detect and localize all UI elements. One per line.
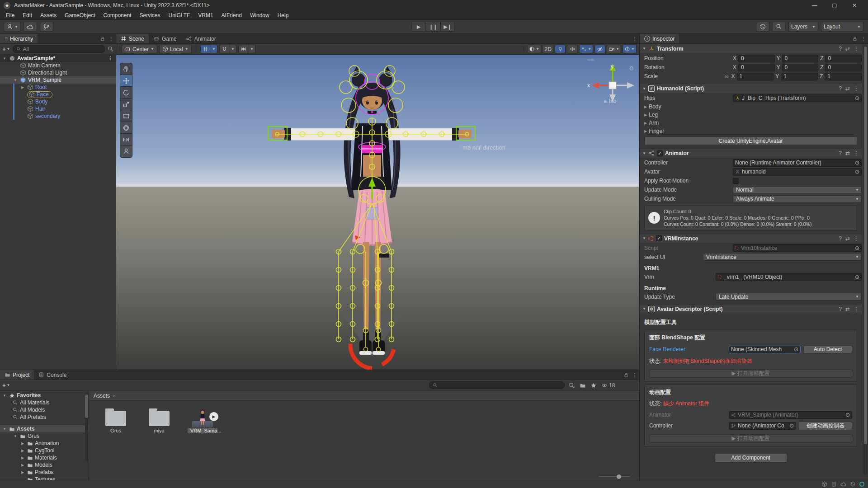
handle-space-dropdown[interactable]: Local▼ [159,45,192,53]
projection-mode[interactable]: ≡Iso [604,98,616,104]
menu-gameobject[interactable]: GameObject [61,12,99,19]
avatar-tool-button[interactable] [120,145,132,157]
grid-snap-toggle[interactable]: ▼ [200,45,217,53]
move-tool-button[interactable] [120,75,132,87]
hierarchy-item-hair[interactable]: Hair [0,105,116,113]
tab-inspector[interactable]: i Inspector [640,34,679,43]
menu-file[interactable]: File [2,12,19,19]
tab-animator[interactable]: Animator [181,34,221,43]
hierarchy-item-body[interactable]: Body [0,98,116,105]
2d-toggle[interactable]: 2D [542,45,553,53]
pivot-mode-dropdown[interactable]: Center▼ [122,45,157,53]
status-package-icon[interactable] [821,481,827,487]
tree-folder-materials[interactable]: ▶ Materials [0,454,89,461]
presets-icon[interactable]: ⇄ [845,46,850,52]
presets-icon[interactable]: ⇄ [845,85,850,92]
transform-tool-button[interactable] [120,122,132,134]
position-y-field[interactable]: 0 [782,55,819,62]
update-mode-dropdown[interactable]: Normal▼ [733,186,862,194]
menu-window[interactable]: Window [246,12,274,19]
breadcrumb-assets[interactable]: Assets [94,393,110,399]
menu-vrm1[interactable]: VRM1 [194,12,217,19]
apply-root-motion-checkbox[interactable] [733,178,739,184]
favorite-all-prefabs[interactable]: All Prefabs [0,413,89,421]
scene-viewport[interactable]: y x ══ ≡Iso mb nail direction [116,55,639,370]
global-search-button[interactable] [772,22,786,32]
project-tree-scrollbar[interactable] [85,393,88,460]
menu-assets[interactable]: Assets [36,12,61,19]
inspector-scrollbar[interactable] [863,46,868,475]
hierarchy-item-main-camera[interactable]: Main Camera [0,62,116,69]
avatar-object-field[interactable]: humanoid ⊙ [733,168,862,176]
scene-options-icon[interactable]: ⋮ [108,55,113,61]
tab-scene[interactable]: Scene [116,34,149,43]
effects-dropdown[interactable]: ▼ [579,45,593,53]
vrminstance-enabled-checkbox[interactable]: ✓ [656,235,662,241]
status-cloud-icon[interactable] [840,481,846,487]
status-console-icon[interactable] [831,481,837,487]
position-z-field[interactable]: 0 [825,55,862,62]
tree-folder-animation[interactable]: ▶ Animation [0,440,89,447]
humanoid-foldout-arm[interactable]: ▶Arm [640,119,862,127]
hips-object-field[interactable]: J_Bip_C_Hips (Transform) ⊙ [733,94,862,102]
hierarchy-item-root[interactable]: ▶ Root [0,84,116,91]
open-face-config-button[interactable]: ▶ 打开面部配置 [649,369,852,378]
presets-icon[interactable]: ⇄ [845,150,850,156]
controller-object-field[interactable]: None (Animator Co ⊙ [729,422,796,430]
hierarchy-item-directional-light[interactable]: Directional Light [0,69,116,76]
tree-folder-cygtool[interactable]: ▶ CygTool [0,447,89,454]
humanoid-foldout-body[interactable]: ▶Body [640,103,862,111]
hierarchy-item-face[interactable]: Face [0,91,116,98]
position-x-field[interactable]: 0 [738,55,775,62]
tab-project[interactable]: Project [0,370,34,380]
menu-aifriend[interactable]: AIFriend [217,12,246,19]
select-ui-dropdown[interactable]: VrmInstance▼ [703,253,862,261]
version-control-button[interactable] [40,22,53,32]
lighting-toggle[interactable] [555,45,566,53]
project-search-input[interactable] [429,381,565,389]
favorite-all-materials[interactable]: All Materials [0,399,89,406]
kebab-menu-icon[interactable]: ⋮ [854,85,859,92]
add-component-button[interactable]: Add Component [715,453,787,463]
help-icon[interactable]: ? [839,85,842,92]
draw-mode-dropdown[interactable]: ▼ [527,45,541,53]
help-icon[interactable]: ? [839,150,842,156]
play-button[interactable]: ▶ [411,22,426,32]
humanoid-foldout-leg[interactable]: ▶Leg [640,111,862,119]
asset-zoom-slider[interactable] [599,476,630,477]
hidden-packages-toggle[interactable]: 18 [601,382,615,389]
scale-x-field[interactable]: 1 [737,73,774,80]
scene-visibility-toggle[interactable] [594,45,605,53]
increment-snap-button[interactable]: ▼ [238,45,255,53]
hierarchy-item-secondary[interactable]: secondary [0,113,116,120]
viewport-lock-icon[interactable] [629,65,634,71]
kebab-menu-icon[interactable]: ⋮ [854,46,859,52]
object-picker-icon[interactable]: ⊙ [794,346,798,352]
gizmos-dropdown[interactable]: ▼ [623,45,637,53]
status-refresh-icon[interactable] [850,481,856,487]
tab-console[interactable]: Console [34,370,71,380]
transform-header[interactable]: ▼ Transform ?⇄⋮ [640,44,862,54]
kebab-menu-icon[interactable]: ⋮ [108,36,114,42]
scale-tool-button[interactable] [120,99,132,110]
kebab-menu-icon[interactable]: ⋮ [861,36,866,42]
tree-folder-models[interactable]: ▶ Models [0,461,89,469]
rect-tool-button[interactable] [120,110,132,122]
face-renderer-link[interactable]: Face Renderer [649,346,726,352]
rotation-x-field[interactable]: 0 [738,64,775,71]
tab-game[interactable]: Game [149,34,181,43]
search-by-label-icon[interactable] [580,382,586,389]
undo-history-button[interactable] [756,22,769,32]
hierarchy-search-input[interactable]: All [13,45,105,53]
lock-icon[interactable] [852,36,858,42]
hierarchy-item-vrm-sample[interactable]: ▼ VRM_Sample [0,76,116,84]
menu-edit[interactable]: Edit [19,12,36,19]
minimize-button[interactable]: — [805,0,825,11]
status-collab-icon[interactable] [859,482,864,487]
audio-toggle[interactable] [567,45,578,53]
create-controller-button[interactable]: 创建动画控制器 [799,422,852,430]
lock-icon[interactable] [100,36,105,42]
menu-help[interactable]: Help [274,12,293,19]
help-icon[interactable]: ? [839,235,842,242]
avatar-descriptor-header[interactable]: ▼ ⚙ Avatar Descriptor (Script) ?⇄⋮ [640,304,862,314]
